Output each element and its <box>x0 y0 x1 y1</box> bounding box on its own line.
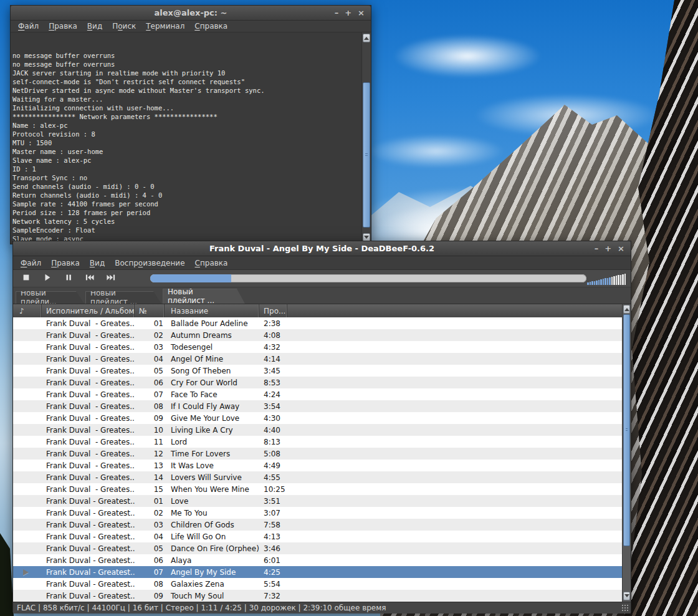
playlist-row[interactable]: Frank Duval - Greates...06Cry For Our Wo… <box>13 377 631 388</box>
menu-item[interactable]: Правка <box>46 259 85 267</box>
cell-track-number: 14 <box>135 471 165 483</box>
playlist-row[interactable]: Frank Duval - Greatest...03Children Of G… <box>13 519 631 531</box>
volume-bar <box>598 280 600 285</box>
playlist-row[interactable]: Frank Duval - Greates...02Autumn Dreams4… <box>13 329 631 341</box>
playlist-row[interactable]: Frank Duval - Greates...05Song Of Theben… <box>13 365 631 377</box>
cell-title: Me To You <box>165 507 259 519</box>
playlist-tab[interactable]: Новый плейлист ... <box>85 291 161 304</box>
scrollbar-thumb[interactable] <box>623 314 630 546</box>
close-button[interactable]: × <box>618 243 624 255</box>
menu-item[interactable]: Справка <box>189 22 232 31</box>
cell-title: Autumn Dreams <box>165 329 259 341</box>
playlist-row[interactable]: Frank Duval - Greates...15When You Were … <box>13 483 631 495</box>
volume-control[interactable] <box>587 273 626 285</box>
play-button[interactable] <box>41 272 54 285</box>
previous-button[interactable] <box>83 272 97 285</box>
menu-item[interactable]: Поиск <box>107 22 141 31</box>
pause-button[interactable] <box>62 272 75 285</box>
terminal-scrollbar[interactable] <box>361 32 371 243</box>
minimize-button[interactable]: – <box>335 7 339 19</box>
seekbar-fill <box>150 274 231 282</box>
menu-item[interactable]: Файл <box>13 22 44 31</box>
playlist-row[interactable]: Frank Duval - Greates...03Todesengel4:32 <box>13 341 631 353</box>
column-header-filler <box>287 304 631 317</box>
cell-artist-album: Frank Duval - Greates... <box>42 424 135 436</box>
playlist-row[interactable]: Frank Duval - Greates...01Ballade Pour A… <box>13 317 631 329</box>
playlist-row[interactable]: Frank Duval - Greates...10Living Like A … <box>13 424 631 436</box>
column-header[interactable]: Исполнитель / Альбом <box>42 304 135 317</box>
playlist-row[interactable]: Frank Duval - Greates...09Give Me Your L… <box>13 412 631 424</box>
menu-item[interactable]: Правка <box>44 22 82 31</box>
menu-item[interactable]: Вид <box>82 22 107 31</box>
cell-duration: 3:46 <box>259 542 287 554</box>
stop-button[interactable] <box>19 272 33 285</box>
playlist-row[interactable]: Frank Duval - Greatest...04Life Will Go … <box>13 531 631 542</box>
cell-duration: 4:49 <box>259 460 287 471</box>
playlist-row[interactable]: Frank Duval - Greatest...05Dance On Fire… <box>13 542 631 554</box>
menu-item[interactable]: Файл <box>16 259 46 267</box>
cell-artist-album: Frank Duval - Greates... <box>42 436 135 448</box>
cell-title: It Was Love <box>165 460 259 471</box>
cell-duration: 4:25 <box>259 566 287 578</box>
playlist-tab[interactable]: Новый плейли... <box>16 291 84 304</box>
column-header[interactable]: № <box>135 304 165 317</box>
cell-track-number: 06 <box>135 377 165 388</box>
scroll-up-icon[interactable] <box>623 305 630 314</box>
cell-status <box>13 448 42 460</box>
scrollbar-thumb[interactable] <box>363 82 370 228</box>
maximize-button[interactable]: + <box>345 7 351 19</box>
seekbar[interactable] <box>150 274 586 282</box>
maximize-button[interactable]: + <box>605 243 611 255</box>
playlist-tab[interactable]: Новый плейлист ... <box>163 289 245 304</box>
menu-item[interactable]: Терминал <box>141 22 189 31</box>
playlist-row[interactable]: Frank Duval - Greatest...01Love3:51 <box>13 495 631 507</box>
playlist-row[interactable]: Frank Duval - Greatest...09Touch My Soul… <box>13 590 631 602</box>
menu-item[interactable]: Воспроизведение <box>110 259 189 267</box>
playlist-row[interactable]: Frank Duval - Greates...08If I Could Fly… <box>13 400 631 412</box>
terminal-output: no message buffer overrunsno message buf… <box>12 51 358 243</box>
cell-status <box>13 578 42 590</box>
cell-status <box>13 400 42 412</box>
cell-duration: 4:14 <box>259 353 287 365</box>
terminal-screen[interactable]: no message buffer overrunsno message buf… <box>11 32 371 243</box>
terminal-line: Return channels (audio - midi) : 4 - 0 <box>12 191 358 200</box>
minimize-button[interactable]: – <box>595 243 599 255</box>
scroll-down-icon[interactable] <box>623 592 630 600</box>
playlist-row[interactable]: Frank Duval - Greatest...08Galaxies Zena… <box>13 578 631 590</box>
playlist-row[interactable]: Frank Duval - Greatest...07Angel By My S… <box>13 566 631 578</box>
playlist-row[interactable]: Frank Duval - Greatest...06Alaya6:01 <box>13 554 631 566</box>
cell-filler <box>287 365 631 377</box>
volume-bar <box>605 278 606 285</box>
terminal-line: Transport Sync : no <box>12 173 358 182</box>
cell-artist-album: Frank Duval - Greatest... <box>42 554 135 566</box>
playlist-scrollbar[interactable] <box>622 304 631 602</box>
menu-item[interactable]: Вид <box>85 259 110 267</box>
cell-status <box>13 471 42 483</box>
playlist-row[interactable]: Frank Duval - Greates...12Time For Lover… <box>13 448 631 460</box>
cell-artist-album: Frank Duval - Greatest... <box>42 566 135 578</box>
column-header[interactable]: Название <box>165 304 259 317</box>
cell-track-number: 12 <box>135 448 165 460</box>
playlist-row[interactable]: Frank Duval - Greates...14Lovers Will Su… <box>13 471 631 483</box>
next-button[interactable] <box>104 272 118 285</box>
scroll-up-icon[interactable] <box>363 34 370 42</box>
resize-grip[interactable] <box>621 604 629 612</box>
cell-filler <box>287 412 631 424</box>
cell-artist-album: Frank Duval - Greates... <box>42 483 135 495</box>
column-header[interactable]: ♪ <box>13 304 42 317</box>
volume-bar <box>618 275 619 285</box>
cell-status <box>13 590 42 602</box>
playlist-row[interactable]: Frank Duval - Greates...13It Was Love4:4… <box>13 460 631 471</box>
cell-track-number: 03 <box>135 341 165 353</box>
column-header[interactable]: Про... <box>259 304 287 317</box>
volume-bar <box>607 278 609 285</box>
playlist-row[interactable]: Frank Duval - Greatest...02Me To You3:07 <box>13 507 631 519</box>
playlist-row[interactable]: Frank Duval - Greates...11Lord8:13 <box>13 436 631 448</box>
playlist-row[interactable]: Frank Duval - Greates...04Angel Of Mine4… <box>13 353 631 365</box>
menu-item[interactable]: Справка <box>190 259 233 267</box>
playlist-row[interactable]: Frank Duval - Greates...07Face To Face4:… <box>13 388 631 400</box>
close-button[interactable]: × <box>358 7 365 19</box>
playlist-area: ♪Исполнитель / Альбом№НазваниеПро... Fra… <box>13 304 631 602</box>
cell-duration: 2:38 <box>259 317 287 329</box>
terminal-line: no message buffer overruns <box>12 60 358 69</box>
